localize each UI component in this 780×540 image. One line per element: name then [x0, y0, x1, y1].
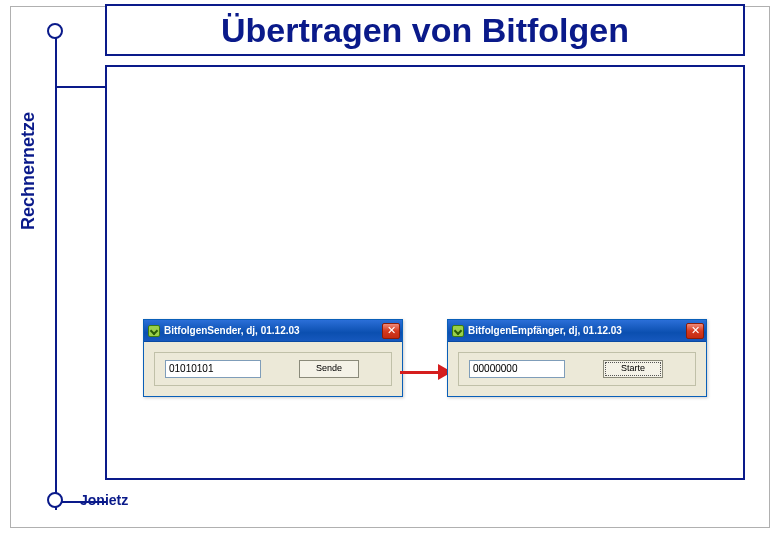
- sidebar-label: Rechnernetze: [18, 112, 39, 230]
- start-button[interactable]: Starte: [603, 360, 663, 378]
- sender-window: BitfolgenSender, dj, 01.12.03 ✕ 01010101…: [143, 319, 403, 397]
- content-frame: [105, 65, 745, 480]
- title-frame: Übertragen von Bitfolgen: [105, 4, 745, 56]
- app-icon: [148, 325, 160, 337]
- send-button[interactable]: Sende: [299, 360, 359, 378]
- author-node-icon: [47, 492, 63, 508]
- content-connector: [56, 86, 106, 88]
- receiver-titlebar[interactable]: BitfolgenEmpfänger, dj, 01.12.03 ✕: [448, 320, 706, 342]
- app-icon: [452, 325, 464, 337]
- vertical-guideline: [55, 30, 57, 510]
- close-icon[interactable]: ✕: [382, 323, 400, 339]
- receiver-window: BitfolgenEmpfänger, dj, 01.12.03 ✕ 00000…: [447, 319, 707, 397]
- sender-window-title: BitfolgenSender, dj, 01.12.03: [164, 325, 382, 336]
- sender-titlebar[interactable]: BitfolgenSender, dj, 01.12.03 ✕: [144, 320, 402, 342]
- sender-panel: 01010101 Sende: [154, 352, 392, 386]
- sender-bit-input[interactable]: 01010101: [165, 360, 261, 378]
- close-icon[interactable]: ✕: [686, 323, 704, 339]
- receiver-window-title: BitfolgenEmpfänger, dj, 01.12.03: [468, 325, 686, 336]
- receiver-bit-input[interactable]: 00000000: [469, 360, 565, 378]
- author-label: Jonietz: [80, 492, 128, 508]
- receiver-panel: 00000000 Starte: [458, 352, 696, 386]
- slide-title: Übertragen von Bitfolgen: [107, 6, 743, 54]
- title-node-icon: [47, 23, 63, 39]
